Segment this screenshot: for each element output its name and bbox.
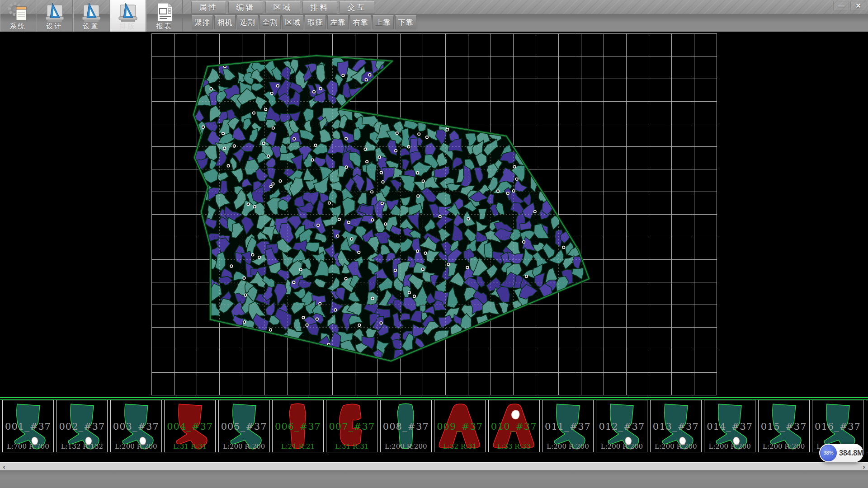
piece-id: 015_#37 [759, 421, 809, 432]
piece-lr-count: L:200 R:200 [381, 442, 431, 450]
menu-tab-properties[interactable]: 属性 [191, 1, 226, 14]
piece-thumbnail-partial[interactable] [866, 400, 868, 452]
piece-id: 009_#37 [434, 421, 485, 432]
piece-thumbnail-003_#37[interactable]: 003_#37L:200 R:200 [110, 400, 162, 452]
app-button-label: 设置 [73, 22, 109, 31]
gear-doc-icon [7, 1, 29, 23]
minimize-button[interactable]: — [833, 1, 849, 10]
piece-id: 016_#37 [812, 421, 863, 432]
action-button-region[interactable]: 区域 [282, 15, 303, 29]
piece-id: 004_#37 [165, 421, 215, 432]
nesting-canvas[interactable] [0, 32, 868, 397]
memory-value: 384.8M [839, 444, 863, 462]
piece-lr-count: L:21 R:21 [273, 442, 323, 450]
action-button-snap-right[interactable]: 右靠 [350, 15, 371, 29]
piece-id: 001_#37 [3, 421, 53, 432]
piece-lr-count: L:200 R:200 [759, 442, 809, 450]
scroll-right-icon[interactable]: › [860, 463, 868, 471]
piece-id: 012_#37 [596, 421, 647, 432]
app-button-label: 排版 [110, 22, 146, 31]
piece-thumbnail-004_#37[interactable]: 004_#37L:31 R:31 [164, 400, 216, 452]
piece-lr-count: L:132 R:132 [57, 442, 107, 450]
piece-thumbnail-007_#37[interactable]: 007_#37L:31 R:31 [326, 400, 377, 452]
piece-thumbnail-014_#37[interactable]: 014_#37L:200 R:200 [704, 400, 755, 452]
app-button-system[interactable]: 系统 [0, 0, 36, 32]
piece-id: 008_#37 [381, 421, 431, 432]
piece-thumbnail-002_#37[interactable]: 002_#37L:132 R:132 [56, 400, 108, 452]
ruler-icon [117, 1, 139, 23]
action-button-snap-bottom[interactable]: 下靠 [395, 15, 416, 29]
piece-lr-count: L:200 R:200 [219, 442, 269, 450]
action-button-cluster-nest[interactable]: 聚排 [192, 15, 213, 29]
piece-thumbnail-001_#37[interactable]: 001_#37L:700 R:700 [2, 400, 54, 452]
menu-tab-edit[interactable]: 编辑 [228, 1, 263, 14]
app-button-nesting[interactable]: 排版 [110, 0, 146, 32]
app-button-label: 系统 [0, 22, 36, 31]
piece-thumbnail-011_#37[interactable]: 011_#37L:200 R:200 [542, 400, 594, 452]
piece-id: 006_#37 [273, 421, 323, 432]
piece-lr-count: L:31 R:31 [165, 442, 215, 450]
piece-lr-count: L:200 R:200 [542, 442, 593, 450]
piece-id: 005_#37 [219, 421, 269, 432]
action-button-cut-all[interactable]: 全割 [259, 15, 281, 29]
report-doc-icon [154, 1, 175, 23]
piece-thumbnail-008_#37[interactable]: 008_#37L:200 R:200 [380, 400, 432, 452]
horizontal-scrollbar[interactable]: ‹ › [0, 462, 868, 470]
piece-id: 011_#37 [542, 421, 593, 432]
piece-lr-count: L:200 R:200 [651, 442, 701, 450]
piece-lr-count: L:200 R:200 [596, 442, 647, 450]
piece-id: 007_#37 [326, 421, 377, 432]
action-button-defect[interactable]: 瑕疵 [305, 15, 326, 29]
menu-tab-region[interactable]: 区域 [265, 1, 300, 14]
action-button-select-cut[interactable]: 选割 [237, 15, 258, 29]
ruler-icon [80, 1, 102, 23]
piece-id: 003_#37 [111, 421, 161, 432]
action-button-snap-top[interactable]: 上靠 [373, 15, 394, 29]
scroll-left-icon[interactable]: ‹ [0, 463, 8, 471]
app-button-label: 设计 [37, 22, 72, 31]
piece-lr-count: L:200 R:200 [111, 442, 161, 450]
piece-thumbnail-015_#37[interactable]: 015_#37L:200 R:200 [758, 400, 810, 452]
window-bottom-frame [0, 470, 868, 488]
progress-percent-badge: 38% [820, 445, 837, 461]
piece-lr-count: L:33 R:33 [489, 442, 539, 450]
piece-thumbnail-012_#37[interactable]: 012_#37L:200 R:200 [596, 400, 647, 452]
piece-thumbnail-005_#37[interactable]: 005_#37L:200 R:200 [218, 400, 270, 452]
piece-thumbnail-010_#37[interactable]: 010_#37L:33 R:33 [488, 400, 540, 452]
app-window: 系统设计设置排版报表 属性编辑区域排料交互 聚排相机选割全割区域瑕疵左靠右靠上靠… [0, 0, 868, 488]
app-button-settings[interactable]: 设置 [73, 0, 109, 32]
strip-separator-line [0, 397, 868, 398]
piece-lr-count: L:200 R:200 [704, 442, 755, 450]
action-button-camera[interactable]: 相机 [214, 15, 236, 29]
piece-id: 013_#37 [651, 421, 701, 432]
close-button[interactable]: ✕ [850, 1, 866, 10]
menu-tab-nest[interactable]: 排料 [302, 1, 337, 14]
memory-status-badge: 38% 384.8M [819, 444, 863, 462]
menu-tab-interact[interactable]: 交互 [340, 1, 374, 14]
piece-lr-count: L:31 R:31 [326, 442, 377, 450]
piece-id: 010_#37 [489, 421, 539, 432]
toolbar: 系统设计设置排版报表 属性编辑区域排料交互 聚排相机选割全割区域瑕疵左靠右靠上靠… [0, 0, 868, 32]
piece-thumbnail-009_#37[interactable]: 009_#37L:32 R:31 [434, 400, 486, 452]
piece-id: 014_#37 [704, 421, 755, 432]
piece-lr-count: L:32 R:31 [434, 442, 485, 450]
piece-id: 002_#37 [57, 421, 107, 432]
piece-lr-count: L:700 R:700 [3, 442, 53, 450]
app-button-design[interactable]: 设计 [37, 0, 73, 32]
piece-thumbnail-006_#37[interactable]: 006_#37L:21 R:21 [272, 400, 324, 452]
app-button-label: 报表 [146, 22, 182, 31]
app-button-report[interactable]: 报表 [146, 0, 183, 32]
action-button-snap-left[interactable]: 左靠 [327, 15, 349, 29]
ruler-icon [44, 1, 66, 23]
piece-thumbnail-013_#37[interactable]: 013_#37L:200 R:200 [650, 400, 702, 452]
